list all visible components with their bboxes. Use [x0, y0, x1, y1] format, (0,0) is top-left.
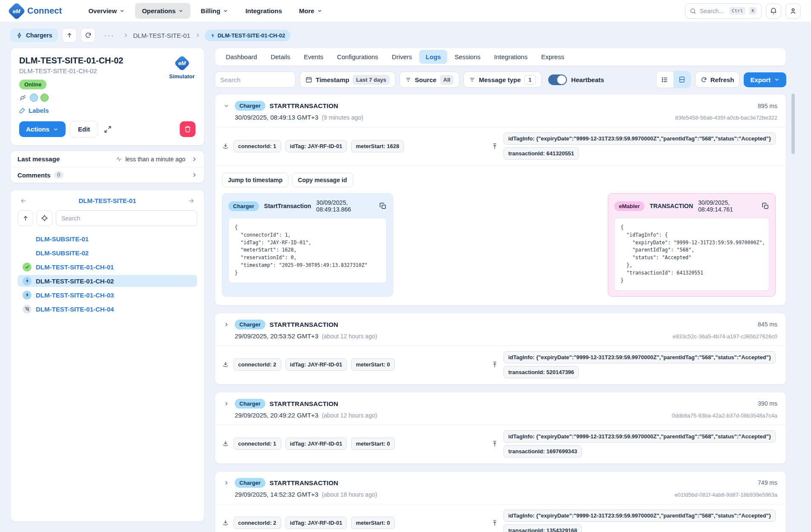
- tree-locate-button[interactable]: [37, 210, 52, 226]
- charger-info-card: DLM-TEST-SITE-01-CH-02 DLM-TEST-SITE-01-…: [10, 48, 204, 146]
- log-message-id: e933c52c-36a5-4b74-a197-c365b27626c0: [673, 333, 777, 340]
- tree-item-label: DLM-SUBSITE-02: [36, 249, 89, 257]
- log-search-input[interactable]: [215, 72, 296, 88]
- tab-integrations[interactable]: Integrations: [488, 50, 534, 64]
- actions-button[interactable]: Actions: [19, 121, 66, 137]
- nav-item-billing[interactable]: Billing: [194, 3, 235, 19]
- labels-link[interactable]: Labels: [19, 107, 196, 114]
- collapse-up-button[interactable]: [62, 28, 77, 43]
- chevron-down-icon: [774, 77, 780, 83]
- tree-item-dlm-test-site-01-ch-02[interactable]: DLM-TEST-SITE-01-CH-02: [17, 275, 197, 287]
- log-duration: 845 ms: [758, 321, 777, 328]
- request-arrow-icon: [222, 143, 229, 150]
- delete-button[interactable]: [180, 121, 196, 137]
- log-duration: 390 ms: [758, 400, 777, 407]
- breadcrumb-site-link[interactable]: DLM-TEST-SITE-01: [133, 32, 190, 39]
- tab-logs[interactable]: Logs: [419, 50, 447, 64]
- tree-item-dlm-test-site-01-ch-03[interactable]: DLM-TEST-SITE-01-CH-03: [17, 289, 197, 301]
- expand-entry-chevron[interactable]: [222, 480, 230, 486]
- log-source-badge: Charger: [235, 320, 265, 329]
- comments-row[interactable]: Comments 0: [11, 167, 204, 183]
- chargers-button[interactable]: Chargers: [10, 29, 58, 42]
- response-json-block: { "idTagInfo": { "expiryDate": "9999-12-…: [614, 218, 769, 291]
- trash-icon: [184, 126, 191, 133]
- expand-entry-chevron[interactable]: [222, 400, 230, 407]
- response-chip: transactionId: 520147396: [503, 366, 579, 378]
- request-arrow-icon: [222, 440, 229, 447]
- timestamp-filter-value: Last 7 days: [353, 75, 390, 85]
- source-filter-button[interactable]: Source All: [400, 72, 459, 88]
- tree-item-label: DLM-SUBSITE-01: [36, 235, 89, 243]
- copy-message-id-button[interactable]: Copy message id: [292, 173, 353, 187]
- log-entry-list: ChargerSTARTTRANSACTION895 ms30/09/2025,…: [215, 94, 786, 532]
- tree-up-button[interactable]: [17, 210, 33, 226]
- tree-item-dlm-test-site-01-ch-04[interactable]: DLM-TEST-SITE-01-CH-04: [17, 303, 197, 315]
- tree-item-dlm-test-site-01-ch-01[interactable]: DLM-TEST-SITE-01-CH-01: [17, 261, 197, 273]
- fullscreen-button[interactable]: [102, 124, 113, 135]
- tree-item-dlm-subsite-01[interactable]: DLM-SUBSITE-01: [17, 233, 197, 245]
- log-filter-bar: Timestamp Last 7 days Source All Message…: [215, 71, 786, 88]
- tree-prev-arrow[interactable]: [17, 197, 29, 204]
- nav-item-integrations[interactable]: Integrations: [239, 3, 289, 19]
- jump-to-timestamp-button[interactable]: Jump to timestamp: [222, 173, 288, 187]
- last-message-row[interactable]: Last message less than a minute ago: [11, 151, 204, 167]
- tab-details[interactable]: Details: [264, 50, 296, 64]
- profile-button[interactable]: [785, 3, 801, 19]
- log-scrollbar[interactable]: [791, 94, 795, 154]
- request-json: { "connectorId": 1, "idTag": "JAY-RF-ID-…: [235, 224, 380, 277]
- tab-events[interactable]: Events: [297, 50, 330, 64]
- collapse-entry-chevron[interactable]: [222, 103, 230, 109]
- log-source-badge: Charger: [235, 478, 265, 488]
- timestamp-filter-button[interactable]: Timestamp Last 7 days: [300, 72, 395, 88]
- tab-configurations[interactable]: Configurations: [331, 50, 385, 64]
- tree-item-dlm-subsite-02[interactable]: DLM-SUBSITE-02: [17, 247, 197, 259]
- kbd-k: K: [749, 7, 757, 15]
- arrow-up-icon: [22, 215, 29, 222]
- split-view-button[interactable]: [673, 72, 690, 88]
- nav-item-label: Operations: [142, 7, 175, 14]
- tree-site-title[interactable]: DLM-TEST-SITE-01: [29, 197, 185, 204]
- message-type-filter-button[interactable]: Message type 1: [463, 72, 541, 88]
- log-timestamp: 29/09/2025, 20:53:52 GMT+3: [235, 332, 318, 340]
- chevron-down-icon: [178, 8, 184, 14]
- copy-icon[interactable]: [379, 202, 387, 210]
- request-chip: idTag: JAY-RF-ID-01: [285, 517, 347, 529]
- panel-source-badge: eMabler: [614, 201, 644, 211]
- list-view-icon: [661, 76, 668, 83]
- copy-icon[interactable]: [762, 202, 769, 210]
- tree-next-arrow[interactable]: [185, 197, 197, 204]
- breadcrumb-charger-chip[interactable]: DLM-TEST-SITE-01-CH-02: [205, 30, 290, 41]
- log-message-id: e01fd5bd-081f-4ab8-9d87-18b939e5963a: [675, 492, 777, 498]
- nav-item-more[interactable]: More: [292, 3, 329, 19]
- request-chip: meterStart: 1628: [351, 140, 404, 152]
- refresh-logs-button[interactable]: Refresh: [695, 72, 740, 88]
- tab-dashboard[interactable]: Dashboard: [219, 50, 263, 64]
- edit-button[interactable]: Edit: [70, 121, 98, 137]
- tab-sessions[interactable]: Sessions: [448, 50, 487, 64]
- nav-item-overview[interactable]: Overview: [81, 3, 132, 19]
- refresh-crumb-button[interactable]: [81, 28, 95, 43]
- brand[interactable]: eM Connect: [10, 5, 62, 17]
- connector-2-status-dot[interactable]: [40, 94, 49, 102]
- list-view-button[interactable]: [656, 72, 673, 88]
- notifications-button[interactable]: [766, 3, 781, 19]
- heartbeats-toggle[interactable]: [548, 74, 567, 85]
- calendar-icon: [305, 76, 312, 83]
- breadcrumb-more-button[interactable]: ···: [104, 31, 114, 40]
- tab-drivers[interactable]: Drivers: [385, 50, 419, 64]
- log-message-type: STARTTRANSACTION: [270, 400, 338, 407]
- response-chip: idTagInfo: {"expiryDate":"9999-12-31T23:…: [503, 430, 776, 443]
- connector-1-status-dot[interactable]: [30, 94, 38, 102]
- export-button[interactable]: Export: [744, 72, 786, 87]
- request-chip: meterStart: 0: [351, 438, 394, 450]
- expand-entry-chevron[interactable]: [222, 321, 230, 328]
- tab-express[interactable]: Express: [535, 50, 570, 64]
- log-relative-time: (about 18 hours ago): [322, 491, 377, 498]
- nav-item-operations[interactable]: Operations: [135, 3, 190, 19]
- tree-search-input[interactable]: [56, 210, 197, 226]
- site-tree-list: DLM-SUBSITE-01DLM-SUBSITE-02DLM-TEST-SIT…: [17, 233, 197, 315]
- global-search-input[interactable]: Search... Ctrl K: [685, 3, 762, 19]
- filter-icon: [405, 77, 411, 83]
- vendor-block: eM Simulator: [169, 56, 195, 80]
- charger-available-icon: [23, 263, 32, 272]
